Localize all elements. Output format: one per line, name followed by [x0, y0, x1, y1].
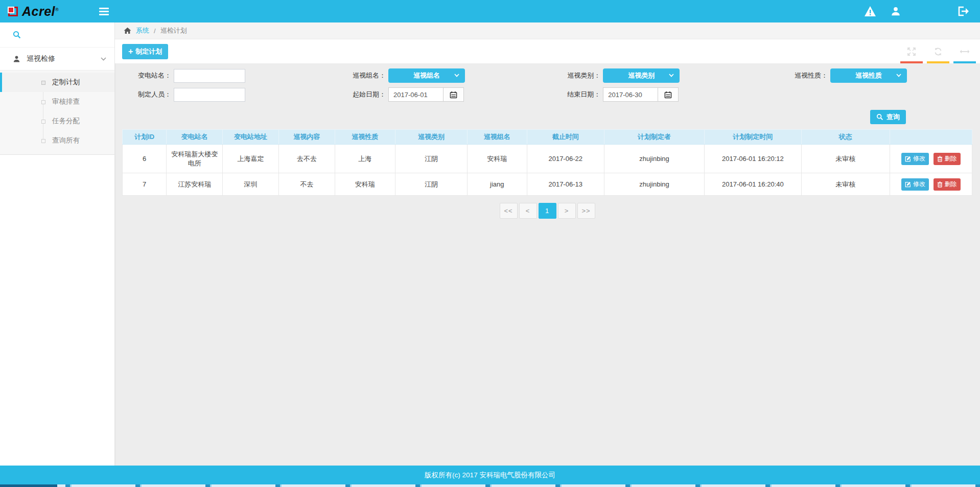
cell-patrol-nature: 上海 — [335, 145, 395, 173]
sidebar-item-query-all[interactable]: 查询所有 — [0, 131, 114, 150]
sidebar-item-label: 定制计划 — [52, 78, 80, 87]
home-icon — [124, 27, 131, 34]
calendar-icon — [664, 91, 672, 99]
patrol-nature-value: 巡视性质 — [855, 71, 882, 80]
sidebar-item-audit-check[interactable]: 审核排查 — [0, 92, 114, 111]
edit-icon — [905, 181, 911, 188]
footer: 版权所有(c) 2017 安科瑞电气股份有限公司 — [0, 466, 980, 484]
refresh-panel-button[interactable] — [926, 39, 950, 63]
refresh-icon — [934, 47, 943, 56]
edit-label: 修改 — [913, 154, 925, 163]
edit-button[interactable]: 修改 — [901, 153, 929, 165]
warning-icon — [864, 6, 876, 17]
cell-patrol-category: 江阴 — [395, 145, 467, 173]
cell-creator: zhujinbing — [604, 145, 704, 173]
col-actions — [890, 130, 972, 145]
collapse-panel-button[interactable] — [953, 39, 976, 63]
patrol-nature-label: 巡视性质： — [779, 71, 828, 80]
sign-out-icon — [957, 6, 969, 16]
chevron-down-icon — [101, 57, 106, 61]
chevron-down-icon — [896, 74, 901, 77]
cell-deadline: 2017-06-13 — [527, 173, 604, 196]
cell-station-name: 江苏安科瑞 — [167, 173, 223, 196]
trash-icon — [937, 156, 943, 162]
sidebar-item-custom-plan[interactable]: 定制计划 — [0, 73, 114, 92]
breadcrumb-separator: / — [154, 27, 156, 35]
edit-button[interactable]: 修改 — [901, 178, 929, 191]
end-date-input[interactable] — [603, 87, 658, 102]
patrol-nature-select[interactable]: 巡视性质 — [830, 68, 907, 83]
cell-station-name: 安科瑞新大楼变电所 — [167, 145, 223, 173]
breadcrumb-current: 巡检计划 — [160, 26, 187, 35]
pagination-next-button[interactable]: > — [558, 203, 576, 219]
sidebar-search[interactable] — [0, 22, 114, 48]
pagination-first-button[interactable]: << — [500, 203, 518, 219]
query-button[interactable]: 查询 — [870, 110, 906, 124]
cell-patrol-content: 去不去 — [278, 145, 335, 173]
delete-label: 删除 — [945, 180, 957, 189]
trash-icon — [937, 181, 943, 188]
creator-label: 制定人员： — [122, 90, 171, 99]
edit-icon — [905, 156, 911, 162]
patrol-group-label: 巡视组名： — [337, 71, 386, 80]
cell-actions: 修改 删除 — [890, 145, 972, 173]
table-row: 6 安科瑞新大楼变电所 上海嘉定 去不去 上海 江阴 安科瑞 2017-06-2… — [123, 145, 972, 173]
col-station-address: 变电站地址 — [223, 130, 279, 145]
end-date-picker-button[interactable] — [658, 87, 679, 102]
start-date-input[interactable] — [388, 87, 444, 102]
logout-button[interactable] — [950, 0, 976, 22]
delete-label: 删除 — [945, 154, 957, 163]
user-icon — [891, 6, 901, 16]
cell-patrol-nature: 安科瑞 — [335, 173, 395, 196]
search-icon — [13, 31, 21, 39]
sidebar-section-inspection[interactable]: 巡视检修 — [0, 48, 114, 70]
cell-created-time: 2017-06-01 16:20:40 — [705, 173, 802, 196]
cell-status: 未审核 — [801, 173, 890, 196]
cell-plan-id: 7 — [123, 173, 167, 196]
creator-input[interactable] — [174, 88, 245, 102]
start-date-label: 起始日期： — [337, 90, 386, 99]
expand-panel-button[interactable] — [900, 39, 923, 63]
sidebar-toggle-button[interactable] — [92, 0, 115, 22]
cell-creator: zhujinbing — [604, 173, 704, 196]
acrel-logo-icon — [7, 6, 18, 17]
cell-patrol-group: 安科瑞 — [468, 145, 527, 173]
create-plan-button[interactable]: + 制定计划 — [122, 44, 168, 59]
create-plan-label: 制定计划 — [135, 47, 162, 56]
panel-box-tools — [898, 39, 980, 63]
pagination: << < 1 > >> — [122, 203, 972, 219]
page-layout: 巡视检修 定制计划 审核排查 任务分配 查询所有 系统 — [0, 22, 980, 466]
chevron-down-icon — [669, 74, 674, 77]
chevron-down-icon — [454, 74, 459, 77]
sidebar-item-task-assign[interactable]: 任务分配 — [0, 111, 114, 131]
top-navbar: Acrel® — [0, 0, 980, 22]
cell-deadline: 2017-06-22 — [527, 145, 604, 173]
main-area: 系统 / 巡检计划 + 制定计划 — [115, 22, 980, 466]
sidebar-item-label: 查询所有 — [52, 136, 80, 145]
start-date-picker-button[interactable] — [444, 87, 464, 102]
pagination-prev-button[interactable]: < — [519, 203, 537, 219]
search-icon — [876, 113, 883, 121]
user-menu-button[interactable] — [883, 0, 908, 22]
station-name-input[interactable] — [174, 69, 245, 83]
pagination-last-button[interactable]: >> — [577, 203, 595, 219]
cell-status: 未审核 — [801, 145, 890, 173]
patrol-category-select[interactable]: 巡视类别 — [603, 68, 680, 83]
cell-station-address: 上海嘉定 — [223, 145, 279, 173]
sidebar-item-label: 任务分配 — [52, 117, 80, 126]
pagination-page-1[interactable]: 1 — [539, 203, 556, 219]
breadcrumb-home-link[interactable]: 系统 — [136, 26, 149, 35]
delete-button[interactable]: 删除 — [934, 153, 961, 165]
plus-icon: + — [128, 48, 133, 56]
start-date-group — [388, 87, 464, 102]
alerts-button[interactable] — [857, 0, 883, 22]
col-creator: 计划制定者 — [604, 130, 704, 145]
col-status: 状态 — [801, 130, 890, 145]
col-plan-id: 计划ID — [123, 130, 167, 145]
app-logo[interactable]: Acrel® — [0, 0, 92, 22]
sidebar-section-label: 巡视检修 — [27, 54, 55, 63]
cell-patrol-category: 江阴 — [395, 173, 467, 196]
sidebar-item-label: 审核排查 — [52, 97, 80, 106]
delete-button[interactable]: 删除 — [934, 178, 961, 191]
patrol-group-select[interactable]: 巡视组名 — [388, 68, 465, 83]
